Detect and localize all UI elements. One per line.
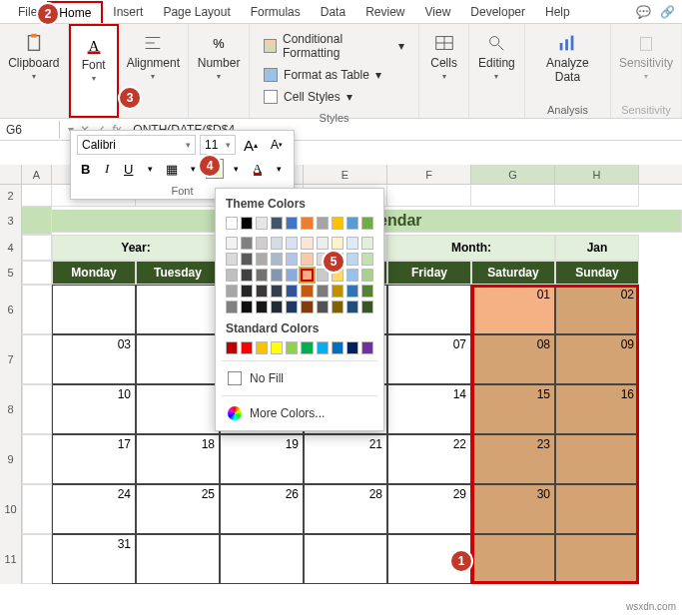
borders-caret[interactable]: ▾ <box>185 159 203 179</box>
color-swatch[interactable] <box>346 269 358 282</box>
color-swatch[interactable] <box>332 217 343 230</box>
color-swatch[interactable] <box>286 301 298 313</box>
number-button[interactable]: % Number ▾ <box>192 28 247 85</box>
color-swatch[interactable] <box>226 285 238 298</box>
col-header-f[interactable]: F <box>387 165 471 184</box>
col-header-g[interactable]: G <box>471 165 555 184</box>
cells-button[interactable]: Cells ▾ <box>424 28 463 85</box>
color-swatch[interactable] <box>301 341 313 354</box>
hdr-sunday[interactable]: Sunday <box>555 261 639 285</box>
font-color-button[interactable]: A <box>249 159 267 179</box>
color-swatch[interactable] <box>226 253 238 266</box>
color-swatch[interactable] <box>361 301 373 313</box>
color-swatch[interactable] <box>301 269 313 282</box>
borders-button[interactable]: ▦ <box>163 159 181 179</box>
more-colors-item[interactable]: More Colors... <box>226 402 373 424</box>
alignment-button[interactable]: Alignment ▾ <box>121 28 186 85</box>
color-swatch[interactable] <box>241 237 253 250</box>
tab-page-layout[interactable]: Page Layout <box>153 2 240 22</box>
color-swatch[interactable] <box>346 253 358 266</box>
color-swatch[interactable] <box>271 217 283 230</box>
col-header-e[interactable]: E <box>304 165 387 184</box>
analyze-data-button[interactable]: Analyze Data <box>531 28 604 88</box>
color-swatch[interactable] <box>241 253 253 266</box>
color-swatch[interactable] <box>286 285 298 298</box>
color-swatch[interactable] <box>286 237 298 250</box>
color-swatch[interactable] <box>226 341 238 354</box>
color-swatch[interactable] <box>301 285 313 298</box>
color-swatch[interactable] <box>226 269 238 282</box>
color-swatch[interactable] <box>332 285 343 298</box>
tab-review[interactable]: Review <box>355 2 414 22</box>
color-swatch[interactable] <box>241 341 253 354</box>
color-swatch[interactable] <box>317 237 329 250</box>
font-name-combo[interactable]: Calibri▾ <box>77 135 196 155</box>
comments-icon[interactable]: 💬 <box>634 3 652 21</box>
color-swatch[interactable] <box>317 301 329 313</box>
color-swatch[interactable] <box>301 217 313 230</box>
font-button[interactable]: A Font ▾ <box>76 30 112 87</box>
color-swatch[interactable] <box>301 301 313 313</box>
row-header-11[interactable]: 11 <box>0 534 22 584</box>
increase-font-icon[interactable]: A▴ <box>240 135 262 155</box>
name-box[interactable]: G6 <box>0 121 60 139</box>
format-as-table-button[interactable]: Format as Table ▾ <box>260 66 385 84</box>
color-swatch[interactable] <box>317 285 329 298</box>
decrease-font-icon[interactable]: A▾ <box>266 135 288 155</box>
color-swatch[interactable] <box>301 253 313 266</box>
hdr-tuesday[interactable]: Tuesday <box>136 261 220 285</box>
select-all-corner[interactable] <box>0 165 22 184</box>
month-value[interactable]: Jan <box>555 235 639 261</box>
tab-developer[interactable]: Developer <box>460 2 535 22</box>
hdr-saturday[interactable]: Saturday <box>471 261 555 285</box>
no-fill-item[interactable]: No Fill <box>226 367 373 389</box>
cell-styles-button[interactable]: Cell Styles ▾ <box>260 88 356 106</box>
row-header-8[interactable]: 8 <box>0 384 22 434</box>
color-swatch[interactable] <box>256 217 268 230</box>
color-swatch[interactable] <box>286 341 298 354</box>
color-swatch[interactable] <box>271 237 283 250</box>
hdr-monday[interactable]: Monday <box>52 261 136 285</box>
tab-help[interactable]: Help <box>535 2 580 22</box>
color-swatch[interactable] <box>317 341 329 354</box>
color-swatch[interactable] <box>226 301 238 313</box>
row-header-9[interactable]: 9 <box>0 434 22 484</box>
color-swatch[interactable] <box>361 341 373 354</box>
color-swatch[interactable] <box>286 217 298 230</box>
conditional-formatting-button[interactable]: Conditional Formatting ▾ <box>260 30 408 62</box>
color-swatch[interactable] <box>226 237 238 250</box>
color-swatch[interactable] <box>361 253 373 266</box>
year-label[interactable]: Year: <box>52 235 220 261</box>
color-swatch[interactable] <box>271 269 283 282</box>
color-swatch[interactable] <box>332 301 343 313</box>
color-swatch[interactable] <box>226 217 238 230</box>
color-swatch[interactable] <box>256 269 268 282</box>
color-swatch[interactable] <box>271 301 283 313</box>
tab-data[interactable]: Data <box>311 2 355 22</box>
underline-caret[interactable]: ▾ <box>142 159 160 179</box>
color-swatch[interactable] <box>332 237 343 250</box>
fill-color-caret[interactable]: ▾ <box>228 159 246 179</box>
color-swatch[interactable] <box>256 341 268 354</box>
color-swatch[interactable] <box>271 341 283 354</box>
color-swatch[interactable] <box>361 237 373 250</box>
color-swatch[interactable] <box>346 217 358 230</box>
color-swatch[interactable] <box>241 217 253 230</box>
color-swatch[interactable] <box>346 285 358 298</box>
color-swatch[interactable] <box>256 285 268 298</box>
tab-formulas[interactable]: Formulas <box>241 2 311 22</box>
col-header-h[interactable]: H <box>555 165 639 184</box>
color-swatch[interactable] <box>286 269 298 282</box>
bold-button[interactable]: B <box>77 159 95 179</box>
color-swatch[interactable] <box>241 285 253 298</box>
color-swatch[interactable] <box>256 253 268 266</box>
share-icon[interactable]: 🔗 <box>658 3 676 21</box>
color-swatch[interactable] <box>346 301 358 313</box>
row-header-3[interactable]: 3 <box>0 207 22 235</box>
row-header-7[interactable]: 7 <box>0 334 22 384</box>
color-swatch[interactable] <box>241 301 253 313</box>
hdr-friday[interactable]: Friday <box>387 261 471 285</box>
tab-view[interactable]: View <box>415 2 461 22</box>
row-header-4[interactable]: 4 <box>0 235 22 261</box>
italic-button[interactable]: I <box>99 159 117 179</box>
